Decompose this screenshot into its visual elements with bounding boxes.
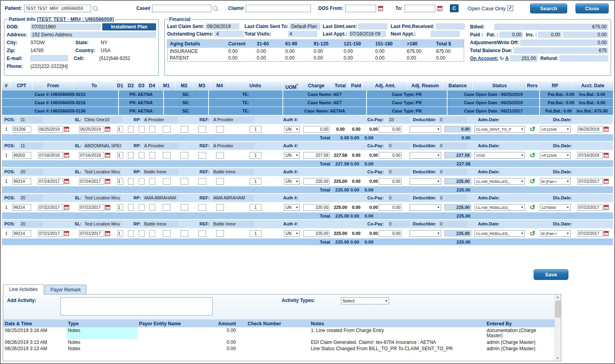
to-date-calendar-icon[interactable] — [105, 179, 110, 184]
m1-modifier-input[interactable] — [163, 204, 171, 211]
from-date-calendar-icon[interactable] — [64, 179, 69, 184]
adj-reason-select[interactable]: ▼ — [410, 152, 441, 159]
save-button[interactable]: Save — [534, 269, 568, 280]
d4-pointer-input[interactable] — [149, 204, 155, 211]
reverse-icon[interactable]: ↺ — [530, 204, 535, 211]
adj-amount-input[interactable] — [379, 152, 402, 159]
to-date-input[interactable] — [79, 126, 104, 133]
d3-pointer-input[interactable] — [139, 152, 145, 159]
m1-modifier-input[interactable] — [163, 230, 171, 237]
close-button[interactable]: Close — [576, 4, 609, 13]
reverse-icon[interactable]: ↺ — [530, 126, 535, 133]
m2-modifier-input[interactable] — [181, 178, 188, 185]
on-account-link[interactable]: On Account: — [470, 56, 498, 61]
acct-date-calendar-icon[interactable] — [604, 205, 609, 210]
d2-pointer-input[interactable] — [128, 126, 134, 133]
charge-input[interactable] — [303, 152, 329, 159]
acct-date-input[interactable] — [577, 204, 603, 211]
m1-modifier-input[interactable] — [163, 126, 171, 133]
rendering-provider-select[interactable]: BI [Pain I▼ — [540, 178, 571, 185]
scrollbar-thumb[interactable] — [555, 301, 560, 317]
d4-pointer-input[interactable] — [149, 178, 155, 185]
case-row[interactable]: Case #:UI65566059-5138 PR:AETNA SE: TE: … — [2, 107, 613, 115]
m2-modifier-input[interactable] — [181, 204, 188, 211]
case-number-input[interactable] — [152, 5, 211, 12]
adj-reason-select[interactable]: ▼ — [410, 204, 441, 211]
to-date-input[interactable] — [79, 178, 104, 185]
m2-modifier-input[interactable] — [181, 152, 188, 159]
patient-info-title-link[interactable]: [TEST, TEST - MR# : UI65566059] — [37, 17, 114, 22]
d2-pointer-input[interactable] — [128, 178, 134, 185]
adj-amount-input[interactable] — [379, 230, 402, 237]
from-date-input[interactable] — [38, 230, 63, 237]
c-button[interactable]: C — [450, 4, 459, 12]
rendering-provider-select[interactable]: BI [Pain I▼ — [540, 230, 571, 237]
acct-date-calendar-icon[interactable] — [604, 179, 609, 184]
status-select[interactable]: CLAIM_SENT_TO_P▼ — [474, 126, 525, 133]
to-date-calendar-icon[interactable] — [105, 153, 110, 158]
open-case-only-checkbox[interactable] — [508, 6, 513, 11]
charge-input[interactable] — [303, 204, 329, 211]
from-date-input[interactable] — [38, 178, 63, 185]
dos-to-input[interactable] — [404, 5, 435, 12]
d4-pointer-input[interactable] — [149, 230, 155, 237]
rendering-provider-select[interactable]: AP12345▼ — [540, 126, 571, 133]
adj-amount-input[interactable] — [379, 178, 402, 185]
tab-payor-remark[interactable]: Payor Remark — [45, 285, 87, 294]
rendering-provider-select[interactable]: AP12345▼ — [540, 152, 571, 159]
uom-select[interactable]: UN▼ — [284, 230, 300, 237]
units-input[interactable] — [250, 178, 261, 185]
d4-pointer-input[interactable] — [149, 152, 155, 159]
d1-pointer-input[interactable] — [117, 152, 123, 159]
cpt-input[interactable] — [12, 178, 31, 185]
m3-modifier-input[interactable] — [198, 126, 206, 133]
to-date-input[interactable] — [79, 204, 104, 211]
tab-line-activities[interactable]: Line Activities — [3, 284, 44, 295]
patient-input[interactable] — [24, 5, 91, 12]
status-select[interactable]: CLAIM_REBILLED_▼ — [474, 204, 525, 211]
d1-pointer-input[interactable] — [117, 126, 123, 133]
units-input[interactable] — [250, 204, 261, 211]
from-date-calendar-icon[interactable] — [64, 231, 69, 236]
adj-reason-select[interactable]: ▼ — [410, 126, 441, 133]
m3-modifier-input[interactable] — [198, 152, 206, 159]
d3-pointer-input[interactable] — [139, 204, 145, 211]
search-button[interactable]: Search — [530, 4, 567, 13]
units-input[interactable] — [250, 152, 261, 159]
acct-date-calendar-icon[interactable] — [604, 127, 609, 132]
rendering-provider-select[interactable]: 1275660▼ — [540, 204, 571, 211]
uom-select[interactable]: UN▼ — [284, 152, 300, 159]
m4-modifier-input[interactable] — [216, 230, 224, 237]
d3-pointer-input[interactable] — [139, 126, 145, 133]
from-date-input[interactable] — [38, 152, 63, 159]
charge-input[interactable] — [303, 230, 329, 237]
d4-pointer-input[interactable] — [149, 126, 155, 133]
d3-pointer-input[interactable] — [139, 230, 145, 237]
reverse-icon[interactable]: ↺ — [530, 152, 535, 159]
m3-modifier-input[interactable] — [198, 230, 206, 237]
reverse-icon[interactable]: ↺ — [530, 230, 535, 237]
acct-date-calendar-icon[interactable] — [604, 231, 609, 236]
dos-to-calendar-icon[interactable] — [437, 6, 442, 11]
status-select[interactable]: CLAIM_REBILLED_▼ — [474, 230, 525, 237]
adj-amount-input[interactable] — [379, 204, 402, 211]
case-search-icon[interactable] — [213, 6, 218, 11]
refresh-on-account-icon[interactable]: ↻ — [500, 56, 504, 61]
m1-modifier-input[interactable] — [163, 178, 171, 185]
installment-plan-button[interactable]: Installment Plan — [102, 23, 156, 30]
patient-search-icon[interactable] — [92, 6, 98, 11]
units-input[interactable] — [250, 126, 261, 133]
dos-from-calendar-icon[interactable] — [378, 6, 383, 11]
from-date-input[interactable] — [38, 126, 63, 133]
acct-date-input[interactable] — [577, 178, 603, 185]
from-date-calendar-icon[interactable] — [64, 153, 69, 158]
from-date-calendar-icon[interactable] — [64, 127, 69, 132]
uom-select[interactable]: UN▼ — [284, 126, 300, 133]
uom-select[interactable]: UN▼ — [284, 204, 300, 211]
d1-pointer-input[interactable] — [117, 230, 123, 237]
m3-modifier-input[interactable] — [198, 204, 206, 211]
from-date-input[interactable] — [38, 204, 63, 211]
cpt-input[interactable] — [12, 152, 31, 159]
cpt-input[interactable] — [12, 126, 31, 133]
activities-scrollbar[interactable] — [555, 295, 561, 361]
